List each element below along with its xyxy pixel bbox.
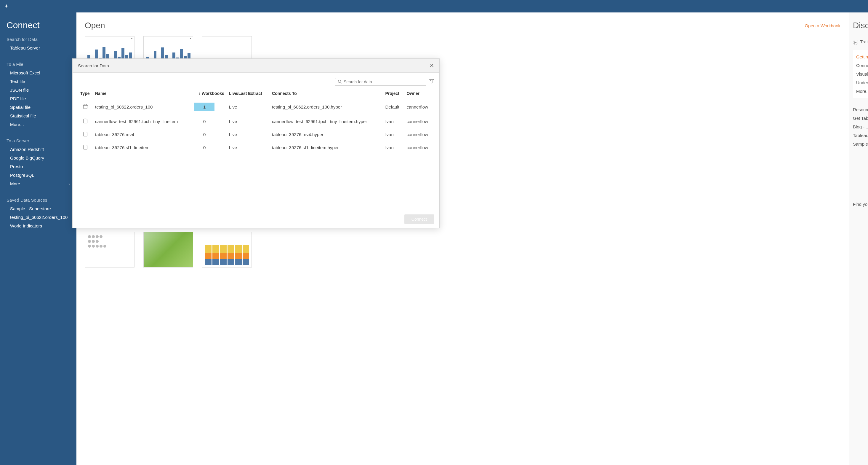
database-icon	[83, 132, 87, 137]
col-connects[interactable]: Connects To	[270, 88, 383, 99]
search-input[interactable]	[344, 80, 424, 84]
resources-item-blog[interactable]: Blog - ...	[853, 122, 868, 131]
connect-button[interactable]: Connect	[404, 214, 434, 224]
col-name[interactable]: Name	[93, 88, 192, 99]
table-row[interactable]: testing_bi_60622.orders_100 1 Live testi…	[78, 99, 434, 115]
cell-connects: testing_bi_60622.orders_100.hyper	[270, 99, 383, 115]
sidebar-item-text-file[interactable]: Text file	[0, 77, 76, 86]
sidebar-item-pdf-file[interactable]: PDF file	[0, 94, 76, 103]
sidebar-item-sample-superstore[interactable]: Sample - Superstore	[0, 204, 76, 213]
cell-project: Ivan	[383, 128, 404, 141]
cell-name: cannerflow_test_62961.tpch_tiny_lineitem	[93, 115, 192, 128]
cell-name: testing_bi_60622.orders_100	[93, 99, 192, 115]
cell-live: Live	[227, 141, 270, 154]
table-row[interactable]: cannerflow_test_62961.tpch_tiny_lineitem…	[78, 115, 434, 128]
cell-connects: tableau_39276.sf1_lineitem.hyper	[270, 141, 383, 154]
main-header: Open Open a Workbook	[76, 12, 849, 33]
database-icon	[83, 119, 87, 123]
cell-project: Ivan	[383, 141, 404, 154]
filter-icon[interactable]	[429, 79, 434, 85]
cell-owner: cannerflow	[404, 141, 434, 154]
open-title: Open	[85, 21, 105, 30]
sidebar-item-spatial-file[interactable]: Spatial file	[0, 103, 76, 112]
search-data-modal: Search for Data ✕ Type Name Workbooks Li…	[72, 58, 440, 228]
workbook-thumbnails-lower	[76, 229, 849, 270]
training-item-visual[interactable]: Visual Analytics	[856, 70, 868, 78]
chevron-right-icon: ›	[68, 181, 70, 186]
discover-title: Discover	[853, 21, 868, 30]
svg-point-0	[338, 80, 341, 82]
cell-type	[78, 141, 93, 154]
sidebar-title: Connect	[0, 19, 76, 35]
sidebar-item-testing-bi[interactable]: testing_bi_60622.orders_100	[0, 213, 76, 222]
training-item-understanding[interactable]: Understanding Tableau	[856, 78, 868, 87]
close-icon[interactable]: ✕	[430, 62, 434, 69]
sidebar-label-server: To a Server	[0, 137, 76, 145]
cell-connects: tableau_39276.mv4.hyper	[270, 128, 383, 141]
table-row[interactable]: tableau_39276.mv4 0 Live tableau_39276.m…	[78, 128, 434, 141]
cell-name: tableau_39276.sf1_lineitem	[93, 141, 192, 154]
col-type[interactable]: Type	[78, 88, 93, 99]
cell-name: tableau_39276.mv4	[93, 128, 192, 141]
app-topbar: ✦	[0, 0, 868, 12]
cell-workbooks: 1	[192, 99, 227, 115]
sidebar-item-json-file[interactable]: JSON file	[0, 86, 76, 94]
resources-label: Resources	[853, 105, 868, 114]
cell-type	[78, 128, 93, 141]
col-workbooks[interactable]: Workbooks	[192, 88, 227, 99]
cell-type	[78, 99, 93, 115]
cell-workbooks: 0	[192, 115, 227, 128]
connect-sidebar: Connect Search for Data Tableau Server T…	[0, 12, 76, 465]
training-link[interactable]: ▶Training	[853, 37, 868, 47]
table-row[interactable]: tableau_39276.sf1_lineitem 0 Live tablea…	[78, 141, 434, 154]
cell-owner: cannerflow	[404, 128, 434, 141]
workbook-thumb-stacked[interactable]	[202, 232, 252, 267]
database-icon	[83, 145, 87, 149]
modal-header: Search for Data ✕	[72, 59, 439, 72]
search-icon	[338, 80, 342, 85]
sidebar-label-file: To a File	[0, 60, 76, 68]
sidebar-item-presto[interactable]: Presto	[0, 162, 76, 171]
training-item-getting-started[interactable]: Getting Started	[856, 53, 868, 61]
col-live[interactable]: Live/Last Extract	[227, 88, 270, 99]
col-project[interactable]: Project	[383, 88, 404, 99]
table-header-row: Type Name Workbooks Live/Last Extract Co…	[78, 88, 434, 99]
sidebar-item-file-more[interactable]: More...	[0, 120, 76, 129]
modal-toolbar	[72, 72, 439, 88]
data-table: Type Name Workbooks Live/Last Extract Co…	[72, 88, 439, 210]
cell-live: Live	[227, 115, 270, 128]
sidebar-label-search: Search for Data	[0, 35, 76, 43]
discover-panel: Discover ▶Training Getting Started Conne…	[849, 12, 868, 465]
modal-title: Search for Data	[78, 63, 109, 68]
resources-item-sample[interactable]: Sample ...	[853, 140, 868, 148]
cell-connects: cannerflow_test_62961.tpch_tiny_lineitem…	[270, 115, 383, 128]
workbook-thumb-dots[interactable]	[85, 232, 134, 267]
training-block: Getting Started Connecting to Data Visua…	[853, 50, 868, 98]
cell-project: Default	[383, 99, 404, 115]
cell-live: Live	[227, 99, 270, 115]
sidebar-item-tableau-server[interactable]: Tableau Server	[0, 43, 76, 52]
play-icon: ▶	[853, 40, 858, 45]
sidebar-item-statistical-file[interactable]: Statistical file	[0, 112, 76, 120]
find-your-path: Find your path ...	[853, 202, 868, 207]
col-owner[interactable]: Owner	[404, 88, 434, 99]
sidebar-item-excel[interactable]: Microsoft Excel	[0, 68, 76, 77]
modal-footer: Connect	[72, 210, 439, 228]
training-item-more[interactable]: More...	[856, 87, 868, 95]
tableau-logo-icon: ✦	[4, 3, 8, 9]
sidebar-item-bigquery[interactable]: Google BigQuery	[0, 154, 76, 162]
training-item-connecting[interactable]: Connecting to Data	[856, 61, 868, 70]
sidebar-group-saved: Saved Data Sources Sample - Superstore t…	[0, 196, 76, 230]
search-box[interactable]	[335, 78, 426, 86]
sidebar-item-redshift[interactable]: Amazon Redshift	[0, 145, 76, 154]
resources-item-conf[interactable]: Tableau Conference	[853, 131, 868, 140]
sidebar-label-saved: Saved Data Sources	[0, 196, 76, 204]
sidebar-item-world-indicators[interactable]: World Indicators	[0, 222, 76, 230]
workbook-thumb-map[interactable]	[144, 232, 193, 267]
database-icon	[83, 104, 87, 109]
sidebar-item-server-more[interactable]: More...›	[0, 179, 76, 188]
open-workbook-link[interactable]: Open a Workbook	[805, 23, 840, 28]
sidebar-group-server: To a Server Amazon Redshift Google BigQu…	[0, 137, 76, 188]
resources-item-prep[interactable]: Get Tableau Prep	[853, 114, 868, 122]
sidebar-item-postgres[interactable]: PostgreSQL	[0, 171, 76, 179]
